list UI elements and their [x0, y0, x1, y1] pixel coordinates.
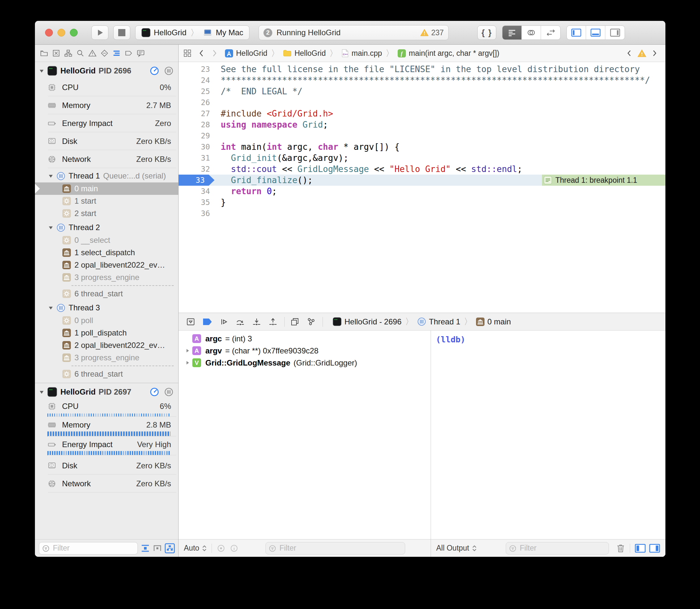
- assistant-editor-button[interactable]: [522, 26, 541, 39]
- line-number[interactable]: 28: [178, 119, 210, 130]
- process-row[interactable]: HelloGrid PID 2697: [35, 384, 178, 399]
- stat-row-disk[interactable]: Disk Zero KB/s: [35, 132, 178, 150]
- stat-row-cpu[interactable]: CPU 6%: [35, 399, 178, 417]
- disclosure-triangle-icon[interactable]: [39, 68, 45, 74]
- breadcrumb-process[interactable]: HelloGrid - 2696: [344, 317, 402, 326]
- trash-icon[interactable]: [616, 543, 625, 553]
- disclosure-triangle-icon[interactable]: [48, 173, 54, 179]
- disclosure-triangle-icon[interactable]: [48, 305, 54, 311]
- previous-issue-button[interactable]: [626, 49, 632, 57]
- stack-frame-row[interactable]: 0 poll: [35, 314, 178, 327]
- console-scope-popup[interactable]: All Output: [436, 544, 477, 553]
- toggle-debug-area-button[interactable]: [586, 26, 605, 39]
- line-number[interactable]: 24: [178, 75, 210, 86]
- test-navigator-icon[interactable]: [100, 49, 109, 57]
- code-line-30[interactable]: 30 int main(int argc, char * argv[]) {: [178, 141, 665, 152]
- stack-frame-row[interactable]: 0 __select: [35, 234, 178, 246]
- line-number[interactable]: 31: [178, 152, 210, 163]
- run-button[interactable]: [91, 25, 108, 40]
- line-number[interactable]: 26: [178, 97, 210, 108]
- console-filter-field[interactable]: [506, 542, 609, 555]
- disclosure-triangle-icon[interactable]: [184, 348, 191, 353]
- code-line-29[interactable]: 29: [178, 130, 665, 141]
- flatten-stack-toggle-icon[interactable]: [140, 543, 150, 553]
- stack-frame-row[interactable]: 1 poll_dispatch: [35, 327, 178, 339]
- issue-warning-icon[interactable]: [637, 49, 647, 57]
- forward-button[interactable]: [211, 49, 218, 57]
- step-out-button[interactable]: [268, 317, 278, 327]
- source-control-navigator-icon[interactable]: [52, 49, 61, 57]
- stack-frame-row[interactable]: 3 progress_engine: [35, 271, 178, 284]
- code-line-36[interactable]: 36: [178, 208, 665, 219]
- report-navigator-icon[interactable]: [136, 49, 145, 57]
- stack-frame-row[interactable]: 1 select_dispatch: [35, 246, 178, 259]
- stack-frame-row[interactable]: 6 thread_start: [35, 288, 178, 300]
- scheme-selector[interactable]: HelloGrid 〉 My Mac: [135, 25, 250, 40]
- code-line-31[interactable]: 31 Grid_init(&argc,&argv);: [178, 152, 665, 163]
- stat-row-energy-impact[interactable]: Energy Impact Very High: [35, 438, 178, 455]
- step-into-button[interactable]: [252, 317, 261, 327]
- step-over-button[interactable]: [235, 317, 245, 327]
- interesting-threads-toggle-icon[interactable]: [152, 543, 162, 553]
- debug-navigator-icon[interactable]: [112, 49, 121, 57]
- line-number[interactable]: 30: [178, 141, 210, 152]
- stat-row-memory[interactable]: Memory 2.7 MB: [35, 96, 178, 114]
- breadcrumb-group[interactable]: HelloGrid: [294, 49, 326, 58]
- stat-row-disk[interactable]: Disk Zero KB/s: [35, 457, 178, 474]
- code-line-24[interactable]: 24 *************************************…: [178, 75, 665, 86]
- hide-debug-area-button[interactable]: [186, 317, 195, 327]
- continue-button[interactable]: [219, 317, 229, 327]
- line-number[interactable]: 29: [178, 130, 210, 141]
- info-icon[interactable]: [229, 544, 239, 553]
- breadcrumb-file[interactable]: main.cpp: [352, 49, 382, 58]
- code-line-32[interactable]: 32 std::cout << GridLogMessage << "Hello…: [178, 163, 665, 175]
- pause-columns-icon[interactable]: [164, 66, 174, 76]
- code-line-27[interactable]: 27 #include <Grid/Grid.h>: [178, 108, 665, 119]
- source-editor[interactable]: 23 See the full license in the file "LIC…: [178, 62, 665, 313]
- thread-row[interactable]: Thread 1 Queue:...d (serial): [35, 169, 178, 182]
- stat-row-memory[interactable]: Memory 2.8 MB: [35, 418, 178, 436]
- line-number[interactable]: 23: [178, 64, 210, 75]
- project-navigator-icon[interactable]: [40, 49, 48, 57]
- breakpoints-toggle-button[interactable]: [202, 317, 212, 326]
- line-number[interactable]: 35: [178, 197, 210, 208]
- gauge-icon[interactable]: [150, 387, 159, 397]
- stat-row-network[interactable]: Network Zero KB/s: [35, 474, 178, 492]
- variable-row[interactable]: A argv = (char **) 0x7ffee9039c28: [178, 345, 431, 357]
- stack-frame-row[interactable]: 2 opal_libevent2022_ev…: [35, 339, 178, 351]
- disclosure-triangle-icon[interactable]: [48, 225, 54, 230]
- search-navigator-icon[interactable]: [76, 49, 85, 57]
- disclosure-triangle-icon[interactable]: [39, 389, 45, 395]
- stack-frame-row[interactable]: 2 opal_libevent2022_ev…: [35, 259, 178, 271]
- breakpoint-navigator-icon[interactable]: [124, 49, 133, 57]
- stat-row-energy-impact[interactable]: Energy Impact Zero: [35, 114, 178, 132]
- issue-navigator-icon[interactable]: [88, 49, 97, 57]
- toggle-navigator-button[interactable]: [567, 26, 586, 39]
- code-line-28[interactable]: 28 using namespace Grid;: [178, 119, 665, 130]
- breadcrumb-thread[interactable]: Thread 1: [429, 317, 460, 326]
- thread-row[interactable]: Thread 2: [35, 221, 178, 234]
- code-line-35[interactable]: 35 }: [178, 197, 665, 208]
- code-line-25[interactable]: 25 /* END LEGAL */: [178, 86, 665, 97]
- stat-row-network[interactable]: Network Zero KB/s: [35, 150, 178, 168]
- navigator-filter-field[interactable]: [39, 542, 138, 555]
- related-items-icon[interactable]: [183, 49, 192, 57]
- toggle-variables-view-icon[interactable]: [635, 544, 646, 553]
- console-output[interactable]: (lldb): [431, 331, 665, 539]
- stack-frame-row[interactable]: 3 progress_engine: [35, 351, 178, 364]
- line-number[interactable]: 27: [178, 108, 210, 119]
- warning-counter[interactable]: 237: [420, 29, 444, 37]
- close-button[interactable]: [45, 29, 53, 37]
- minimize-button[interactable]: [57, 29, 65, 37]
- stack-frame-row[interactable]: 0 main: [35, 182, 178, 195]
- stop-button[interactable]: [113, 25, 130, 40]
- line-number[interactable]: 25: [178, 86, 210, 97]
- next-issue-button[interactable]: [652, 49, 658, 57]
- stat-row-cpu[interactable]: CPU 0%: [35, 78, 178, 96]
- gauge-icon[interactable]: [150, 66, 159, 76]
- breadcrumb-project[interactable]: HelloGrid: [236, 49, 268, 58]
- toggle-inspectors-button[interactable]: [605, 26, 625, 39]
- debug-view-hierarchy-button[interactable]: [290, 317, 300, 327]
- instruction-pointer-badge[interactable]: 33: [178, 175, 215, 186]
- line-number[interactable]: 34: [178, 186, 210, 197]
